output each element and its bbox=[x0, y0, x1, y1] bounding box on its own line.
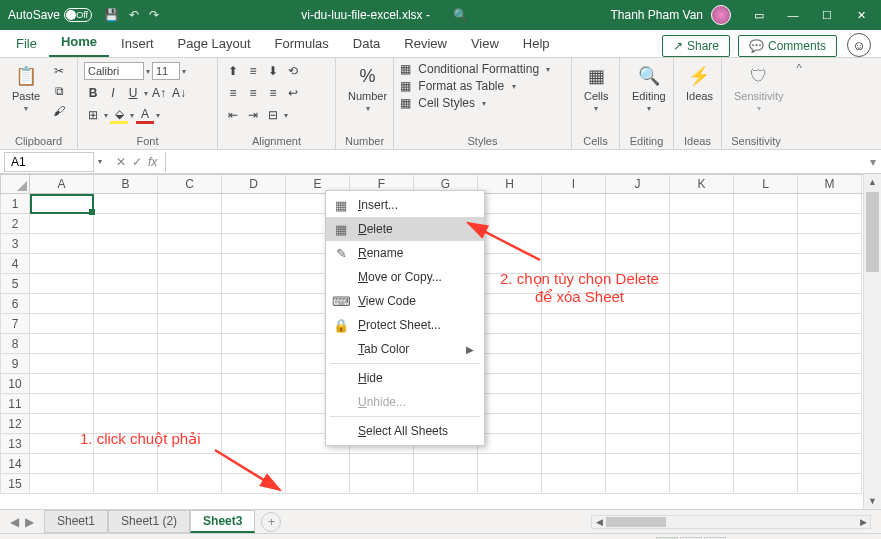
cell[interactable] bbox=[670, 254, 734, 274]
collapse-ribbon-icon[interactable]: ^ bbox=[790, 58, 808, 149]
cell[interactable] bbox=[94, 234, 158, 254]
cell[interactable] bbox=[158, 414, 222, 434]
cell[interactable] bbox=[478, 274, 542, 294]
prev-sheet-icon[interactable]: ◀ bbox=[10, 515, 19, 529]
cell[interactable] bbox=[414, 474, 478, 494]
sheet-tab[interactable]: Sheet1 bbox=[44, 510, 108, 533]
scroll-up-icon[interactable]: ▲ bbox=[864, 174, 881, 190]
cell[interactable] bbox=[734, 194, 798, 214]
scroll-down-icon[interactable]: ▼ bbox=[864, 493, 881, 509]
cell[interactable] bbox=[606, 214, 670, 234]
cell[interactable] bbox=[158, 334, 222, 354]
cell[interactable] bbox=[734, 294, 798, 314]
cell[interactable] bbox=[478, 194, 542, 214]
ctx-hide[interactable]: Hide bbox=[326, 366, 484, 390]
cell[interactable] bbox=[606, 414, 670, 434]
cell[interactable] bbox=[94, 394, 158, 414]
increase-indent-icon[interactable]: ⇥ bbox=[244, 106, 262, 124]
cells-button[interactable]: ▦Cells▾ bbox=[578, 62, 614, 115]
increase-font-icon[interactable]: A↑ bbox=[150, 84, 168, 102]
cell[interactable] bbox=[478, 394, 542, 414]
tab-review[interactable]: Review bbox=[392, 31, 459, 57]
scroll-right-icon[interactable]: ▶ bbox=[856, 516, 870, 528]
merge-icon[interactable]: ⊟ bbox=[264, 106, 282, 124]
cell[interactable] bbox=[734, 234, 798, 254]
decrease-font-icon[interactable]: A↓ bbox=[170, 84, 188, 102]
cell[interactable] bbox=[286, 474, 350, 494]
cell[interactable] bbox=[734, 254, 798, 274]
cell[interactable] bbox=[542, 374, 606, 394]
ideas-button[interactable]: ⚡Ideas bbox=[680, 62, 719, 104]
cell[interactable] bbox=[30, 354, 94, 374]
row-header[interactable]: 6 bbox=[0, 294, 30, 314]
cell[interactable] bbox=[542, 294, 606, 314]
cell[interactable] bbox=[798, 254, 862, 274]
cell[interactable] bbox=[30, 194, 94, 214]
ctx-delete[interactable]: ▦Delete bbox=[326, 217, 484, 241]
font-size-select[interactable]: 11 bbox=[152, 62, 180, 80]
cell-styles-button[interactable]: ▦ Cell Styles ▾ bbox=[400, 96, 486, 110]
cell[interactable] bbox=[798, 374, 862, 394]
scroll-thumb[interactable] bbox=[606, 517, 666, 527]
cell[interactable] bbox=[94, 274, 158, 294]
row-header[interactable]: 10 bbox=[0, 374, 30, 394]
border-icon[interactable]: ⊞ bbox=[84, 106, 102, 124]
align-middle-icon[interactable]: ≡ bbox=[244, 62, 262, 80]
cell[interactable] bbox=[734, 334, 798, 354]
ctx-insert[interactable]: ▦Insert... bbox=[326, 193, 484, 217]
cell[interactable] bbox=[30, 414, 94, 434]
cell[interactable] bbox=[798, 394, 862, 414]
cell[interactable] bbox=[350, 474, 414, 494]
search-icon[interactable]: 🔍 bbox=[453, 8, 468, 22]
cell[interactable] bbox=[606, 294, 670, 314]
cell[interactable] bbox=[30, 434, 94, 454]
cell[interactable] bbox=[30, 274, 94, 294]
row-header[interactable]: 4 bbox=[0, 254, 30, 274]
row-header[interactable]: 15 bbox=[0, 474, 30, 494]
cell[interactable] bbox=[478, 454, 542, 474]
cell[interactable] bbox=[670, 314, 734, 334]
cell[interactable] bbox=[222, 394, 286, 414]
cell[interactable] bbox=[606, 454, 670, 474]
cell[interactable] bbox=[734, 414, 798, 434]
horizontal-scrollbar[interactable]: ◀ ▶ bbox=[591, 515, 871, 529]
row-header[interactable]: 7 bbox=[0, 314, 30, 334]
cell[interactable] bbox=[734, 394, 798, 414]
ctx-protect[interactable]: 🔒Protect Sheet... bbox=[326, 313, 484, 337]
cell[interactable] bbox=[30, 334, 94, 354]
cell[interactable] bbox=[670, 374, 734, 394]
cell[interactable] bbox=[94, 194, 158, 214]
next-sheet-icon[interactable]: ▶ bbox=[25, 515, 34, 529]
cell[interactable] bbox=[734, 214, 798, 234]
align-top-icon[interactable]: ⬆ bbox=[224, 62, 242, 80]
cell[interactable] bbox=[158, 294, 222, 314]
font-color-icon[interactable]: A bbox=[136, 106, 154, 124]
cut-icon[interactable]: ✂ bbox=[50, 62, 68, 80]
cell[interactable] bbox=[222, 374, 286, 394]
cell[interactable] bbox=[734, 474, 798, 494]
autosave-toggle[interactable]: AutoSave Off bbox=[8, 8, 92, 22]
cell[interactable] bbox=[158, 474, 222, 494]
cell[interactable] bbox=[222, 274, 286, 294]
cell[interactable] bbox=[542, 454, 606, 474]
cell[interactable] bbox=[734, 354, 798, 374]
cell[interactable] bbox=[606, 434, 670, 454]
cell[interactable] bbox=[478, 234, 542, 254]
cell[interactable] bbox=[222, 334, 286, 354]
cell[interactable] bbox=[542, 194, 606, 214]
cell[interactable] bbox=[94, 374, 158, 394]
tab-page-layout[interactable]: Page Layout bbox=[166, 31, 263, 57]
cell[interactable] bbox=[606, 334, 670, 354]
cell[interactable] bbox=[542, 394, 606, 414]
cell[interactable] bbox=[222, 294, 286, 314]
tab-data[interactable]: Data bbox=[341, 31, 392, 57]
number-format-button[interactable]: %Number▾ bbox=[342, 62, 393, 115]
cell[interactable] bbox=[542, 214, 606, 234]
cell[interactable] bbox=[670, 474, 734, 494]
cell[interactable] bbox=[30, 314, 94, 334]
cell[interactable] bbox=[222, 234, 286, 254]
underline-button[interactable]: U bbox=[124, 84, 142, 102]
cell[interactable] bbox=[606, 254, 670, 274]
row-header[interactable]: 1 bbox=[0, 194, 30, 214]
cell[interactable] bbox=[478, 294, 542, 314]
